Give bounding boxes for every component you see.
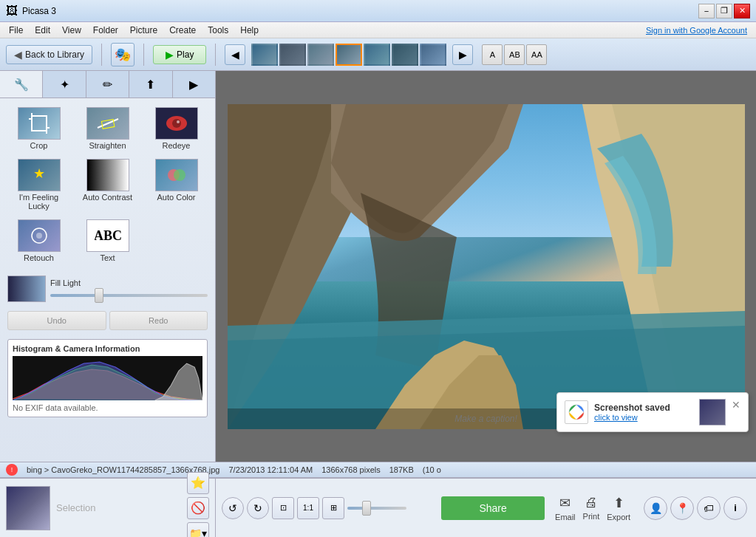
menu-create[interactable]: Create [163, 24, 202, 37]
text-tool[interactable]: ABC Text [75, 216, 140, 265]
rotate-ccw-button[interactable]: ↺ [222, 497, 244, 519]
text-size-aa-button[interactable]: AA [526, 44, 547, 65]
crop-tool[interactable]: Crop [6, 104, 72, 153]
auto-color-tool[interactable]: Auto Color [143, 156, 209, 213]
menu-picture[interactable]: Picture [124, 24, 163, 37]
print-icon: 🖨 [585, 495, 598, 510]
export-label: Export [607, 513, 630, 521]
print-action[interactable]: 🖨 Print [583, 495, 600, 521]
menu-view[interactable]: View [56, 24, 87, 37]
no-exif-text: No EXIF data available. [13, 403, 202, 412]
menu-edit[interactable]: Edit [29, 24, 56, 37]
svg-text:ABC: ABC [95, 228, 121, 243]
toolbar-separator2 [143, 44, 144, 66]
prev-photo-button[interactable]: ◀ [225, 44, 245, 65]
redo-button[interactable]: Redo [109, 311, 208, 330]
undo-redo-section: Undo Redo [0, 307, 215, 335]
fill-light-slider[interactable] [50, 294, 208, 297]
tag-button[interactable]: 🏷 [697, 496, 721, 520]
thumbnail-5[interactable] [364, 44, 390, 66]
notification-subtitle[interactable]: click to view [594, 413, 693, 422]
tab-tuning[interactable]: ✦ [43, 71, 86, 98]
menu-file[interactable]: File [3, 24, 29, 37]
notification-title: Screenshot saved [594, 403, 693, 413]
text-size-a-button[interactable]: A [482, 44, 503, 65]
picasa-icon [568, 403, 585, 421]
collage-button[interactable]: ⊞ [322, 497, 344, 519]
zoom-actual-button[interactable]: 1:1 [297, 497, 319, 519]
straighten-tool[interactable]: Straighten [75, 104, 140, 153]
retouch-label: Retouch [24, 253, 54, 262]
delete-button[interactable]: 🚫 [187, 497, 209, 519]
menubar: File Edit View Folder Picture Create Too… [0, 22, 756, 38]
redeye-tool[interactable]: Redeye [143, 104, 209, 153]
fill-light-section: Fill Light [0, 271, 215, 307]
straighten-thumb [86, 107, 129, 140]
star-button[interactable]: ⭐ [187, 472, 209, 494]
caption-input[interactable] [412, 414, 560, 424]
thumbnail-1[interactable] [251, 44, 278, 66]
photo-area: Screenshot saved click to view ✕ [216, 71, 756, 462]
zoom-fit-button[interactable]: ⊡ [272, 497, 294, 519]
menu-tools[interactable]: Tools [202, 24, 234, 37]
thumbnail-3[interactable] [307, 44, 334, 66]
thumbnail-2[interactable] [279, 44, 306, 66]
retouch-thumb [18, 219, 61, 252]
tab-more[interactable]: ▶ [173, 71, 215, 98]
screenshot-notification: Screenshot saved click to view ✕ [556, 392, 749, 432]
people-button[interactable]: 👤 [644, 496, 667, 520]
back-to-library-button[interactable]: ◀ Back to Library [6, 45, 92, 64]
share-button[interactable]: Share [441, 496, 545, 520]
retouch-tool[interactable]: Retouch [6, 216, 72, 265]
thumbnail-4[interactable] [336, 44, 362, 66]
auto-color-thumb [155, 159, 198, 191]
text-label: Text [100, 253, 115, 262]
tab-basic-fixes[interactable]: 🔧 [0, 71, 43, 98]
next-photo-button[interactable]: ▶ [452, 44, 473, 65]
auto-contrast-label: Auto Contrast [83, 193, 132, 202]
tab-effects[interactable]: ✏ [86, 71, 129, 98]
export-icon: ⬆ [613, 495, 624, 511]
email-action[interactable]: ✉ Email [555, 495, 576, 521]
crop-thumb [18, 107, 61, 140]
rotate-cw-button[interactable]: ↻ [247, 497, 269, 519]
toolbar-separator [101, 44, 102, 66]
crop-thumb-svg [26, 113, 52, 134]
svg-text:★: ★ [33, 166, 45, 181]
thumbnail-7[interactable] [420, 44, 446, 66]
thumbnail-6[interactable] [392, 44, 418, 66]
play-icon: ▶ [166, 49, 174, 61]
folder-button[interactable]: 📁▾ [187, 522, 209, 538]
back-arrow-icon: ◀ [14, 49, 22, 61]
notification-close-button[interactable]: ✕ [732, 399, 740, 411]
play-button[interactable]: ▶ Play [153, 45, 206, 64]
tab-export[interactable]: ⬆ [129, 71, 172, 98]
minimize-button[interactable]: − [698, 4, 715, 18]
restore-button[interactable]: ❐ [716, 4, 732, 18]
export-action[interactable]: ⬆ Export [607, 495, 630, 521]
menu-folder[interactable]: Folder [87, 24, 124, 37]
titlebar-title: Picasa 3 [22, 6, 56, 16]
email-icon: ✉ [559, 495, 571, 511]
activity-button[interactable]: 🎭 [111, 43, 134, 66]
fill-slider-container: Fill Light [50, 278, 208, 299]
location-button[interactable]: 📍 [670, 496, 694, 520]
sign-in-link[interactable]: Sign in with Google Account [646, 26, 753, 35]
status-warning-icon: ! [6, 464, 18, 476]
retouch-svg [26, 225, 52, 246]
auto-contrast-tool[interactable]: Auto Contrast [75, 156, 140, 213]
menu-help[interactable]: Help [234, 24, 265, 37]
window-controls: − ❐ ✕ [698, 4, 750, 18]
feeling-lucky-label: I'm Feeling Lucky [7, 193, 70, 211]
tool-tabs: 🔧 ✦ ✏ ⬆ ▶ [0, 71, 215, 98]
close-button[interactable]: ✕ [734, 4, 750, 18]
notification-thumbnail [699, 399, 726, 425]
histogram-svg [13, 356, 202, 400]
info-button[interactable]: i [723, 496, 747, 520]
text-size-ab-button[interactable]: AB [504, 44, 525, 65]
selection-label: Selection [56, 502, 95, 513]
feeling-lucky-tool[interactable]: ★ I'm Feeling Lucky [6, 156, 72, 213]
undo-button[interactable]: Undo [7, 311, 106, 330]
zoom-slider[interactable] [347, 507, 406, 510]
crop-label: Crop [30, 141, 48, 150]
